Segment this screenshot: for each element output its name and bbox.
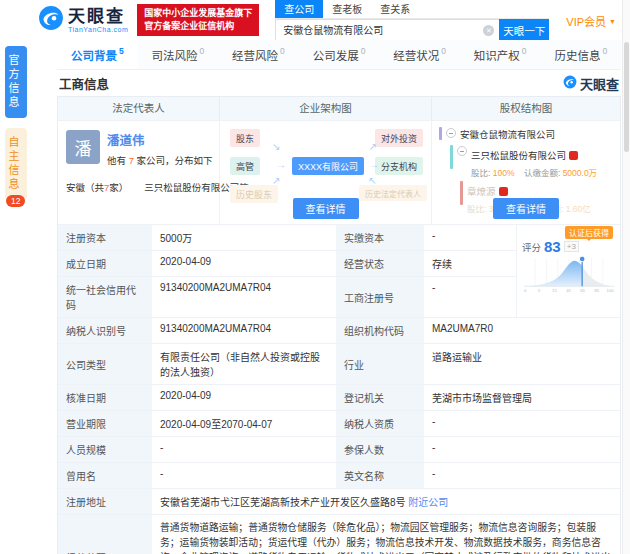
search-input-wrap: ✕: [275, 19, 499, 41]
company-nav-tabs: 公司背景5 司法风险0 经营风险0 公司发展0 经营状况0 知识产权0 历史信息…: [57, 40, 621, 70]
row-value: -: [152, 463, 336, 488]
search-input[interactable]: [283, 24, 481, 35]
row-value: -: [424, 411, 620, 436]
row-label: 公司类型: [58, 344, 152, 384]
table-row: 成立日期 2020-04-09 经营状态 存续: [58, 250, 516, 276]
search-button[interactable]: 天眼一下: [499, 19, 549, 43]
tianyancha-logo[interactable]: 天眼查 TianYanCha.com: [38, 5, 128, 35]
row-label: 纳税人资质: [336, 411, 424, 436]
org-chart-detail-button[interactable]: 查看详情: [293, 198, 359, 219]
chip-executive[interactable]: 高管: [230, 157, 260, 175]
svg-text:15: 15: [552, 288, 557, 293]
score-delta: +3: [564, 241, 579, 252]
scrollbar: [622, 0, 630, 554]
clear-icon[interactable]: ✕: [483, 25, 494, 36]
equity-chart-header: 股权结构图: [432, 97, 620, 120]
equity-detail-button[interactable]: 查看详情: [493, 198, 559, 219]
org-chart-header: 企业架构图: [220, 97, 432, 120]
scrollbar-thumb[interactable]: [624, 42, 629, 152]
row-label: 注册地址: [58, 489, 152, 514]
side-tab-self-info[interactable]: 自主信息 12: [5, 128, 27, 200]
tab-intellectual-property[interactable]: 知识产权0: [460, 40, 541, 69]
legal-rep-summary: 他有 7 家公司，分布如下: [107, 153, 213, 167]
svg-text:45: 45: [566, 288, 571, 293]
arrow-icon: →: [276, 159, 286, 170]
table-row: 人员规模 - 参保人数 -: [58, 436, 620, 462]
row-label: 行业: [336, 344, 424, 384]
row-label: 登记机关: [336, 385, 424, 410]
tab-judicial-risk[interactable]: 司法风险0: [138, 40, 219, 69]
score-widget: 认证后获得 评分 83 +3: [516, 225, 620, 317]
equity-grandchild-person[interactable]: 章燎源: [467, 186, 496, 197]
search-tab-company[interactable]: 查公司: [275, 0, 323, 18]
row-value: 2020-04-09: [152, 385, 336, 410]
row-label: 人员规模: [58, 437, 152, 462]
caret-down-icon: ▼: [609, 18, 616, 25]
tab-company-development[interactable]: 公司发展0: [299, 40, 380, 69]
table-row: 核准日期 2020-04-09 登记机关 芜湖市市场监督管理局: [58, 384, 620, 410]
tab-company-background[interactable]: 公司背景5: [57, 40, 138, 69]
chip-branch[interactable]: 分支机构: [375, 157, 423, 175]
tab-history-info[interactable]: 历史信息0: [540, 40, 621, 69]
tianyancha-logo-icon: [38, 5, 64, 35]
svg-text:5: 5: [538, 288, 541, 293]
collapse-minus-icon[interactable]: [457, 146, 467, 156]
table-row: 营业期限 2020-04-09至2070-04-07 纳税人资质 -: [58, 410, 620, 436]
row-value: -: [424, 277, 516, 317]
watermark-logo: 天眼查: [563, 74, 619, 93]
row-value: -: [424, 437, 620, 462]
table-row: 纳税人识别号 91340200MA2UMA7R04 组织机构代码 MA2UMA7…: [58, 317, 620, 343]
legal-rep-header: 法定代表人: [58, 97, 220, 120]
table-row: 注册资本 5000万 实缴资本 -: [58, 225, 516, 250]
table-row: 曾用名 - 英文名称 -: [58, 462, 620, 488]
arrow-icon: →: [369, 159, 379, 170]
row-value: 道路运输业: [424, 344, 620, 384]
side-tab-count-badge: 12: [6, 195, 25, 207]
equity-panel: 安徽仓鼠物流有限公司 三只松鼠股份有限公司 股比: 100% 认缴金额: 500: [432, 121, 620, 224]
collapse-minus-icon[interactable]: [446, 128, 456, 138]
chip-center-company[interactable]: XXXX有限公司: [292, 157, 364, 175]
legal-rep-name-link[interactable]: 潘道伟: [107, 130, 213, 149]
equity-child-company[interactable]: 三只松鼠股份有限公司: [471, 150, 566, 161]
side-tab-official-info[interactable]: 官方信息: [5, 46, 27, 118]
svg-text:65: 65: [580, 288, 585, 293]
avatar[interactable]: 潘: [66, 130, 100, 164]
row-label: 成立日期: [58, 251, 152, 276]
section-title: 工商信息: [59, 74, 109, 93]
nearby-companies-link[interactable]: 附近公司: [408, 497, 448, 508]
tree-bar: [450, 145, 453, 169]
row-value: MA2UMA7R0: [424, 318, 620, 343]
search-tab-boss[interactable]: 查老板: [323, 0, 371, 18]
chip-investment[interactable]: 对外投资: [375, 129, 423, 147]
tab-operation-status[interactable]: 经营状况0: [379, 40, 460, 69]
row-label: 曾用名: [58, 463, 152, 488]
row-value: 2020-04-09: [152, 251, 336, 276]
svg-text:85: 85: [594, 288, 599, 293]
row-value: 芜湖市市场监督管理局: [424, 385, 620, 410]
vip-menu[interactable]: VIP会员 ▼: [566, 13, 616, 29]
chip-history-legal-rep[interactable]: 历史法定代表人: [359, 185, 427, 201]
equity-root-company[interactable]: 安徽仓鼠物流有限公司: [460, 127, 555, 141]
row-label: 经营状态: [336, 251, 424, 276]
chip-shareholder[interactable]: 股东: [230, 129, 260, 147]
company-logo-icon: [569, 151, 578, 160]
row-value: 91340200MA2UMA7R04: [152, 277, 336, 317]
table-row: 统一社会信用代码 91340200MA2UMA7R04 工商注册号 -: [58, 276, 516, 317]
row-label: 实缴资本: [336, 225, 424, 250]
tree-bar: [460, 181, 463, 205]
company-logo-icon: [499, 187, 508, 196]
tab-operation-risk[interactable]: 经营风险0: [218, 40, 299, 69]
side-tabs: 官方信息 自主信息 12: [5, 46, 29, 200]
address-value: 安徽省芜湖市弋江区芜湖高新技术产业开发区久盛路8号 附近公司: [152, 489, 620, 514]
chip-history-shareholder[interactable]: 历史股东: [230, 185, 278, 203]
svg-text:100: 100: [607, 288, 615, 293]
row-value: -: [424, 463, 620, 488]
brand-name: 天眼查: [68, 8, 128, 25]
certify-badge[interactable]: 认证后获得: [565, 226, 613, 239]
topbar: 天眼查 TianYanCha.com 国家中小企业发展基金旗下 官方备案企业征信…: [0, 0, 630, 40]
watermark-logo-icon: [563, 75, 577, 92]
search-tab-relation[interactable]: 查关系: [371, 0, 419, 18]
row-value: 2020-04-09至2070-04-07: [152, 411, 336, 436]
row-label: 注册资本: [58, 225, 152, 250]
legal-rep-panel: 潘 潘道伟 他有 7 家公司，分布如下 安徽（共7家） 三只松鼠股份有限: [58, 121, 220, 224]
